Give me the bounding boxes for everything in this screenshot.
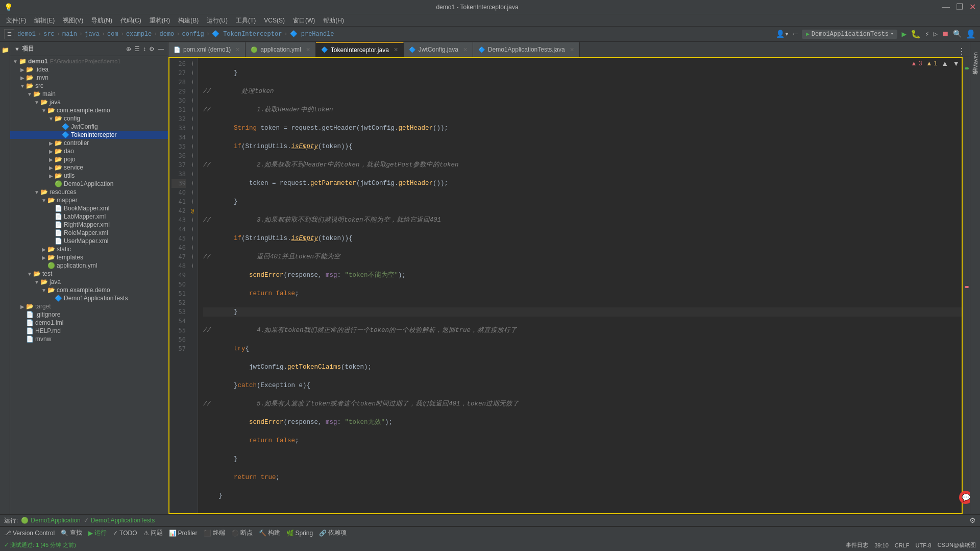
tree-item-gitignore[interactable]: 📄 .gitignore: [10, 310, 168, 319]
run-button[interactable]: ▶: [901, 29, 906, 39]
run-other-button[interactable]: ▷: [934, 30, 938, 38]
tree-item-main[interactable]: ▼ 📂 main: [10, 90, 168, 98]
tree-item-resources[interactable]: ▼ 📂 resources: [10, 188, 168, 196]
bottom-tab-profiler[interactable]: 📊 Profiler: [169, 530, 198, 537]
bottom-tab-todo[interactable]: ✓ TODO: [113, 530, 137, 537]
menu-refactor[interactable]: 重构(R): [145, 14, 175, 27]
bottom-tab-problems[interactable]: ⚠ 问题: [143, 529, 163, 537]
bottom-tab-run[interactable]: ▶ 运行: [88, 529, 107, 537]
bottom-tab-vcs[interactable]: ⎇ Version Control: [4, 530, 55, 537]
tree-item-labmapper[interactable]: 📄 LabMapper.xml: [10, 212, 168, 221]
tree-item-dao[interactable]: ▶ 📂 dao: [10, 147, 168, 155]
search-button[interactable]: 🔍: [953, 30, 962, 38]
run-settings[interactable]: ⚙: [969, 516, 976, 524]
project-toggle[interactable]: ☰: [4, 29, 14, 39]
tree-item-mvn[interactable]: ▶ 📂 .mvn: [10, 74, 168, 82]
tab-close-jwt[interactable]: ✕: [463, 46, 468, 53]
bottom-tab-terminal[interactable]: ⬛ 终端: [204, 529, 225, 537]
code-content[interactable]: ▲ 3 ▲ 1 ▲ ▼ 2627282930 3132333435 363738…: [168, 57, 970, 514]
menu-view[interactable]: 视图(V): [59, 14, 87, 27]
breadcrumb-config[interactable]: config: [182, 31, 204, 38]
code-editor[interactable]: } // 处理token // 1.获取Header中的token String…: [198, 58, 962, 513]
back-button[interactable]: ←: [793, 30, 798, 39]
tab-close-tests[interactable]: ✕: [570, 46, 574, 53]
tree-item-demo1[interactable]: ▼ 📁 demo1 E:\GraduationProject\demo1: [10, 57, 168, 65]
close-button[interactable]: ✕: [969, 2, 976, 12]
stop-button[interactable]: ⏹: [942, 30, 949, 38]
tree-item-config[interactable]: ▼ 📂 config: [10, 114, 168, 123]
bottom-tab-spring[interactable]: 🌿 Spring: [286, 530, 313, 537]
menu-vcs[interactable]: VCS(S): [260, 14, 289, 27]
tab-tokeninterceptor[interactable]: 🔷 TokenInterceptor.java ✕: [316, 42, 404, 57]
vertical-tab-maven[interactable]: Maven: [972, 52, 978, 69]
scroll-up[interactable]: ▲: [941, 59, 948, 67]
tree-item-controller[interactable]: ▶ 📂 controller: [10, 139, 168, 147]
tree-item-idea[interactable]: ▶ 📂 .idea: [10, 65, 168, 74]
breadcrumb-demo1[interactable]: demo1: [17, 31, 36, 38]
maximize-button[interactable]: ❐: [956, 2, 963, 12]
breadcrumb-tokeninterceptor[interactable]: 🔷 TokenInterceptor: [212, 30, 282, 38]
breadcrumb-java[interactable]: java: [85, 31, 100, 38]
scroll-down[interactable]: ▼: [952, 59, 960, 67]
breadcrumb-demo[interactable]: demo: [160, 31, 175, 38]
tree-item-application-yml[interactable]: 🟢 application.yml: [10, 261, 168, 270]
tree-item-mapper[interactable]: ▼ 📂 mapper: [10, 196, 168, 204]
tree-item-help[interactable]: 📄 HELP.md: [10, 327, 168, 335]
tab-close-pom[interactable]: ✕: [235, 46, 240, 53]
bottom-tab-build[interactable]: 🔨 构建: [259, 529, 280, 537]
tree-item-tokeninterceptor[interactable]: 🔷 TokenInterceptor: [10, 131, 168, 139]
minimize-button[interactable]: —: [942, 3, 950, 12]
tree-item-usermapper[interactable]: 📄 UserMapper.xml: [10, 237, 168, 245]
tree-item-static[interactable]: ▶ 📂 static: [10, 245, 168, 253]
panel-icon-minimize[interactable]: —: [158, 45, 164, 53]
tree-item-rolemapper[interactable]: 📄 RoleMapper.xml: [10, 229, 168, 237]
tree-item-utils[interactable]: ▶ 📂 utils: [10, 172, 168, 180]
run-test-label[interactable]: Demo1ApplicationTests: [91, 517, 155, 524]
user-icon[interactable]: 👤▾: [776, 30, 789, 38]
tree-item-test[interactable]: ▼ 📂 test: [10, 270, 168, 278]
menu-tools[interactable]: 工具(T): [232, 14, 260, 27]
chat-bubble[interactable]: 💬: [959, 491, 970, 504]
tree-item-target[interactable]: ▶ 📂 target: [10, 302, 168, 310]
bottom-tab-breakpoints[interactable]: ⚫ 断点: [231, 529, 253, 537]
bottom-tab-deps[interactable]: 🔗 依赖项: [319, 529, 347, 537]
tree-item-jwtconfig[interactable]: 🔷 JwtConfig: [10, 123, 168, 131]
tree-item-src[interactable]: ▼ 📂 src: [10, 82, 168, 90]
menu-file[interactable]: 文件(F): [2, 14, 30, 27]
highlighted-editor[interactable]: 2627282930 3132333435 3637383940 4142434…: [168, 57, 963, 514]
tree-item-java[interactable]: ▼ 📂 java: [10, 98, 168, 106]
menu-window[interactable]: 窗口(W): [289, 14, 319, 27]
panel-icon-add[interactable]: ⊕: [126, 45, 131, 53]
tree-item-bookmapper[interactable]: 📄 BookMapper.xml: [10, 204, 168, 212]
panel-icon-sort[interactable]: ↕: [143, 45, 146, 53]
tree-item-test-com[interactable]: ▼ 📂 com.example.demo: [10, 286, 168, 294]
tab-close-yml[interactable]: ✕: [306, 46, 310, 53]
tab-pom[interactable]: 📄 pom.xml (demo1) ✕: [168, 42, 246, 57]
menu-code[interactable]: 代码(C): [116, 14, 145, 27]
tree-item-test-java[interactable]: ▼ 📂 java: [10, 278, 168, 286]
debug-button[interactable]: 🐛: [911, 29, 921, 39]
right-gutter[interactable]: 💬: [963, 57, 970, 514]
run-app-name[interactable]: Demo1Application: [31, 517, 80, 524]
breadcrumb-main[interactable]: main: [62, 31, 77, 38]
menu-nav[interactable]: 导航(N): [87, 14, 116, 27]
menu-help[interactable]: 帮助(H): [319, 14, 348, 27]
tab-close-token[interactable]: ✕: [394, 46, 398, 53]
tab-jwtconfig[interactable]: 🔷 JwtConfig.java ✕: [404, 42, 473, 57]
tree-item-mvnw[interactable]: 📄 mvnw: [10, 335, 168, 343]
menu-run[interactable]: 运行(U): [203, 14, 232, 27]
breadcrumb-com[interactable]: com: [107, 31, 118, 38]
tree-item-pojo[interactable]: ▶ 📂 pojo: [10, 155, 168, 163]
run-config[interactable]: ▶ Demo1ApplicationTests ▾: [802, 30, 897, 39]
tab-demo1tests[interactable]: 🔷 Demo1ApplicationTests.java ✕: [473, 42, 580, 57]
panel-icon-settings[interactable]: ⚙: [149, 45, 155, 53]
panel-icon-menu[interactable]: ☰: [134, 45, 140, 53]
tree-item-iml[interactable]: 📄 demo1.iml: [10, 319, 168, 327]
tree-item-tests[interactable]: 🔷 Demo1ApplicationTests: [10, 294, 168, 302]
breadcrumb-prehandle[interactable]: 🔷 preHandle: [290, 30, 334, 38]
coverage-button[interactable]: ⚡: [925, 30, 929, 38]
tree-item-rightmapper[interactable]: 📄 RightMapper.xml: [10, 221, 168, 229]
tab-more-button[interactable]: ⋮: [953, 46, 970, 57]
left-icon-project[interactable]: 📁: [2, 46, 9, 54]
tree-item-service[interactable]: ▶ 📂 service: [10, 163, 168, 172]
